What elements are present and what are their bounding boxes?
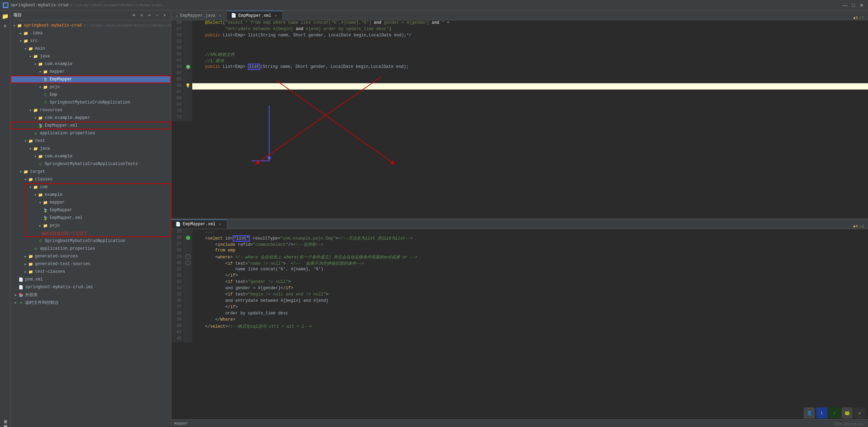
- tree-iml[interactable]: 📄 springboot-mybatis-crud.iml: [10, 283, 171, 291]
- tree-target-app-props[interactable]: ⚙ application.properties: [10, 245, 171, 252]
- left-sidebar-icons: 📁 ≡ 外部库 临时文件和控制台: [0, 10, 10, 427]
- tree-main-class[interactable]: C SpringbootMybatisCrudApplication: [10, 99, 171, 106]
- root-arrow: ▼: [12, 23, 17, 28]
- resources-folder-icon: 📁: [33, 107, 38, 113]
- line-27: 27 <include refid="commonSelect"/><!--自闭…: [171, 242, 868, 248]
- tree-target-com[interactable]: ▼ 📁 com: [10, 183, 171, 191]
- tree-target[interactable]: ▼ 📁 target: [10, 168, 171, 176]
- br-icon-5[interactable]: ⇄: [854, 407, 865, 419]
- tab-empmapper-xml-bottom[interactable]: 📄 EmpMapper.xml ✕: [171, 220, 227, 229]
- gutter-33: [185, 279, 192, 286]
- structure-icon[interactable]: ≡: [1, 22, 10, 31]
- tree-com-example[interactable]: ▼ 📁 com.example: [10, 60, 171, 68]
- java-arrow: ▼: [28, 54, 33, 59]
- tree-external-libs[interactable]: ▶ 📚 外部库: [10, 291, 171, 299]
- src-arrow: ▼: [18, 38, 23, 43]
- test-label: test: [35, 138, 45, 143]
- tree-src[interactable]: ▼ 📁 src: [10, 37, 171, 45]
- code-61: //XML映射文件: [192, 52, 868, 58]
- mapper-arrow: ▼: [38, 69, 43, 74]
- tree-empmapper-xml[interactable]: 🍃 EmpMapper.xml: [10, 122, 171, 129]
- temp-files-label: 临时文件和控制台: [25, 300, 59, 306]
- code-scroll-bottom[interactable]: 25 ... 26: [171, 229, 868, 420]
- tree-idea[interactable]: ▶ 📁 .idea: [10, 29, 171, 37]
- tree-test-java[interactable]: ▼ 📁 java: [10, 145, 171, 152]
- com-example-icon: 📁: [38, 61, 43, 67]
- com-example-mapper-arrow: ▼: [33, 115, 38, 120]
- minimize-button[interactable]: —: [841, 2, 848, 9]
- code-66: [192, 83, 868, 90]
- tree-com-example-mapper[interactable]: ▼ 📁 com.example.mapper: [10, 114, 171, 122]
- gutter-25: [185, 229, 192, 235]
- line-29: 29 <where> <!--where 会自动加上 where(有一个条件成立…: [171, 254, 868, 261]
- tree-classes[interactable]: ▼ 📁 classes: [10, 176, 171, 183]
- br-icon-3[interactable]: ✓: [829, 407, 840, 419]
- empmapper-xml-label: EmpMapper.xml: [45, 123, 78, 128]
- tab-empmapper-xml-top[interactable]: 📄 EmpMapper.xml ✕: [227, 11, 283, 20]
- java-label: java: [40, 54, 50, 59]
- tree-main[interactable]: ▼ 📁 main: [10, 45, 171, 52]
- tree-target-example[interactable]: ▼ 📁 example: [10, 191, 171, 199]
- mapper-label: mapper: [50, 69, 65, 74]
- code-36: and entrydate between #{begin} and #{end…: [192, 298, 868, 305]
- test-com-example-label: com.example: [45, 154, 72, 159]
- line-34: 34 and gender = #{gender}</if>: [171, 286, 868, 292]
- tree-app-props[interactable]: ⚙ application.properties: [10, 129, 171, 137]
- code-scroll-top[interactable]: 56 @Select("select * from emp where name…: [171, 20, 868, 219]
- tree-target-empmapper[interactable]: 🍃 EmpMapper: [10, 206, 171, 214]
- tree-tests-class[interactable]: C SpringbootMybatisCrudApplicationTests: [10, 160, 171, 168]
- code-42: [192, 336, 868, 342]
- tab-java-close[interactable]: ✕: [217, 13, 222, 18]
- tree-mapper[interactable]: ▼ 📁 mapper: [10, 68, 171, 76]
- br-icon-2[interactable]: L: [816, 407, 827, 419]
- tree-test[interactable]: ▼ 📁 test: [10, 137, 171, 145]
- code-40: </select><!--格式化sql语句 ctrl + alt + l-->: [192, 323, 868, 330]
- line-61: 61 //XML映射文件: [171, 52, 868, 58]
- code-71: [192, 115, 868, 121]
- toolbar-btn-5[interactable]: ✕: [161, 12, 168, 19]
- toolbar-btn-4[interactable]: —: [153, 12, 160, 19]
- temp-files-label[interactable]: 临时文件和控制台: [2, 420, 8, 424]
- tab-empmapper-java[interactable]: ☕ EmpMapper.java ✕: [171, 11, 227, 20]
- tab-xml-close-top[interactable]: ✕: [273, 13, 278, 18]
- panel-header: 项目 ⊕ ≡ ⇌ — ✕: [10, 10, 171, 20]
- maximize-button[interactable]: □: [850, 2, 857, 9]
- tree-root[interactable]: ▼ 📁 springboot-mybatis-crud E:\study\Jav…: [10, 22, 171, 29]
- tree-test-com-example[interactable]: ▼ 📁 com.example: [10, 152, 171, 160]
- line-64: 64: [171, 71, 868, 77]
- test-folder-icon: 📁: [28, 138, 34, 144]
- tab-xml-icon-top: 📄: [231, 13, 236, 18]
- br-icon-4[interactable]: 🐸: [841, 407, 853, 419]
- linenum-42: 42: [171, 336, 185, 342]
- tree-target-empmapper-xml[interactable]: 🍃 EmpMapper.xml: [10, 214, 171, 222]
- tree-resources[interactable]: ▼ 📁 resources: [10, 106, 171, 114]
- tab-xml-close-bottom[interactable]: ✕: [218, 222, 223, 227]
- target-label: target: [30, 169, 45, 174]
- tree-test-classes[interactable]: ▶ 📁 test-classes: [10, 268, 171, 276]
- tree-empmapper-java[interactable]: 🍃 EmpMapper: [10, 76, 171, 83]
- test-classes-label: test-classes: [35, 269, 65, 274]
- external-libs-label[interactable]: 外部库: [2, 415, 8, 419]
- tree-target-pojo[interactable]: ▶ 📁 pojo: [10, 222, 171, 229]
- tree-target-mapper[interactable]: ▼ 📁 mapper: [10, 199, 171, 206]
- src-folder-icon: 📁: [23, 38, 29, 44]
- toolbar-btn-3[interactable]: ⇌: [146, 12, 153, 19]
- tree-pojo[interactable]: ▼ 📁 pojo: [10, 83, 171, 91]
- toolbar-btn-2[interactable]: ≡: [138, 12, 145, 19]
- tree-emp-class[interactable]: C Emp: [10, 91, 171, 99]
- empmapper-xml-icon: 🍃: [38, 123, 43, 128]
- code-70: [192, 108, 868, 115]
- line-42: 42: [171, 336, 868, 342]
- tree-pom-xml[interactable]: 📄 pom.xml: [10, 276, 171, 283]
- tree-generated-sources[interactable]: ▶ 📁 generated-sources: [10, 252, 171, 260]
- br-icon-1[interactable]: 👤: [804, 407, 815, 419]
- tree-java[interactable]: ▼ 📁 java: [10, 52, 171, 60]
- tree-target-main-class[interactable]: C SpringbootMybatisCrudApplication: [10, 237, 171, 245]
- code-65: [192, 77, 868, 83]
- linenum-40: 40: [171, 323, 185, 330]
- tree-temp-files[interactable]: ▶ ⚙ 临时文件和控制台: [10, 299, 171, 306]
- tree-generated-test-sources[interactable]: ▶ 📁 generated-test-sources: [10, 260, 171, 268]
- close-button[interactable]: ✕: [858, 2, 865, 9]
- toolbar-btn-1[interactable]: ⊕: [130, 12, 137, 19]
- project-icon[interactable]: 📁: [1, 12, 10, 21]
